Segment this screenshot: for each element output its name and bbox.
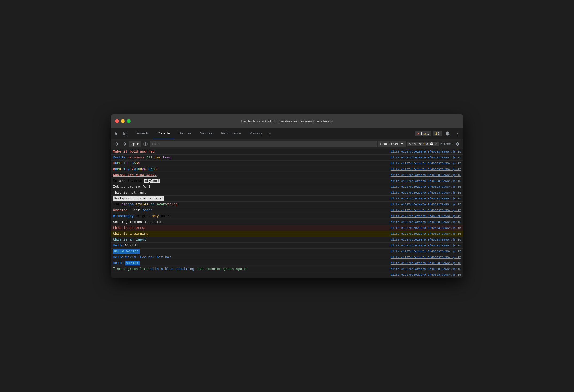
tab-memory[interactable]: Memory	[245, 128, 266, 139]
info-count: 3	[438, 132, 440, 135]
cursor-icon[interactable]	[113, 130, 120, 137]
source-link[interactable]: blitz.e1937cc6e2ee7e…3f4063378a564.js:15	[391, 209, 461, 212]
console-row: Hello world!blitz.e1937cc6e2ee7e…3f40633…	[111, 249, 463, 254]
console-message: So are inverse styles!	[113, 179, 386, 183]
info-badge-group: ℹ 3	[433, 131, 442, 136]
console-row: Blindingly bright? Why not?!blitz.e1937c…	[111, 213, 463, 219]
settings-icon[interactable]	[444, 130, 451, 137]
console-row: this is a warningblitz.e1937cc6e2ee7e…3f…	[111, 231, 463, 237]
console-row: Use random styles on everything!blitz.e1…	[111, 202, 463, 207]
close-button[interactable]	[115, 119, 119, 123]
console-row: DRØP THΞ BΔSSblitz.e1937cc6e2ee7e…3f4063…	[111, 161, 463, 166]
console-message: Zebras are so fun!	[113, 185, 386, 189]
console-message: Double Rainbows All Day Long	[113, 155, 386, 159]
console-row: blitz.e1937cc6e2ee7e…3f4063378a564.js:15	[111, 272, 463, 278]
console-message: Chains are also cool.	[113, 173, 386, 177]
issues-info-icon: 💬	[430, 142, 434, 146]
console-message: DRØP THΞ BΔSS	[113, 161, 386, 165]
minimize-button[interactable]	[121, 119, 125, 123]
svg-line-6	[124, 143, 125, 145]
window-title: DevTools - stackblitz.com/edit/node-colo…	[241, 119, 333, 123]
console-message: This is not fun.	[113, 191, 386, 195]
console-row: So are inverse styles!blitz.e1937cc6e2ee…	[111, 178, 463, 184]
error-count: 1	[420, 132, 422, 135]
more-tabs-button[interactable]: »	[266, 131, 273, 136]
block-icon[interactable]	[121, 141, 128, 147]
source-link[interactable]: blitz.e1937cc6e2ee7e…3f4063378a564.js:15	[391, 156, 461, 159]
source-link[interactable]: blitz.e1937cc6e2ee7e…3f4063378a564.js:15	[391, 226, 461, 230]
eye-icon[interactable]	[142, 141, 149, 147]
source-link[interactable]: blitz.e1937cc6e2ee7e…3f4063378a564.js:15	[391, 174, 461, 177]
console-message: this is an input	[113, 238, 386, 242]
console-row: Hello World!blitz.e1937cc6e2ee7e…3f40633…	[111, 260, 463, 266]
issues-warn-icon: ℹ	[423, 142, 425, 146]
console-message: I am a green line with a blue substring …	[113, 267, 386, 271]
source-link[interactable]: blitz.e1937cc6e2ee7e…3f4063378a564.js:15	[391, 197, 461, 200]
console-row: Zebras are so fun!blitz.e1937cc6e2ee7e…3…	[111, 184, 463, 190]
console-row: Hello World!blitz.e1937cc6e2ee7e…3f40633…	[111, 243, 463, 249]
console-message: Hello World! Foo bar biz baz	[113, 255, 386, 259]
console-row: Double Rainbows All Day Longblitz.e1937c…	[111, 155, 463, 161]
source-link[interactable]: blitz.e1937cc6e2ee7e…3f4063378a564.js:15	[391, 203, 461, 206]
console-settings-icon[interactable]	[454, 140, 461, 148]
tab-elements[interactable]: Elements	[130, 128, 153, 139]
source-link[interactable]: blitz.e1937cc6e2ee7e…3f4063378a564.js:15	[391, 267, 461, 271]
svg-point-8	[145, 143, 146, 145]
dock-icon[interactable]	[121, 130, 129, 137]
source-link[interactable]: blitz.e1937cc6e2ee7e…3f4063378a564.js:15	[391, 244, 461, 247]
tabs-right: ✖ 1 ⚠ 1 ℹ 3 ⋮	[415, 130, 461, 137]
console-output: Make it bold and redblitz.e1937cc6e2ee7e…	[111, 149, 463, 278]
console-message: Hello world!	[113, 249, 386, 253]
source-link[interactable]: blitz.e1937cc6e2ee7e…3f4063378a564.js:15	[391, 262, 461, 265]
source-link[interactable]: blitz.e1937cc6e2ee7e…3f4063378a564.js:15	[391, 250, 461, 253]
console-row: this is an errorblitz.e1937cc6e2ee7e…3f4…	[111, 225, 463, 231]
error-badge-group: ✖ 1 ⚠ 1	[415, 131, 431, 136]
context-selector[interactable]: top ▼	[129, 141, 141, 147]
console-row: this is an inputblitz.e1937cc6e2ee7e…3f4…	[111, 237, 463, 243]
info-icon: ℹ	[435, 131, 437, 135]
tab-performance[interactable]: Performance	[217, 128, 245, 139]
source-link[interactable]: blitz.e1937cc6e2ee7e…3f4063378a564.js:15	[391, 191, 461, 194]
source-link[interactable]: blitz.e1937cc6e2ee7e…3f4063378a564.js:15	[391, 162, 461, 165]
console-row: This is not fun.blitz.e1937cc6e2ee7e…3f4…	[111, 190, 463, 196]
console-message: this is a warning	[113, 232, 386, 236]
source-link[interactable]: blitz.e1937cc6e2ee7e…3f4063378a564.js:15	[391, 179, 461, 183]
tabs-bar: Elements Console Sources Network Perform…	[111, 128, 463, 139]
console-message: Background color attack!	[113, 197, 386, 201]
console-row: I am a green line with a blue substring …	[111, 266, 463, 272]
tab-sources[interactable]: Sources	[174, 128, 196, 139]
source-link[interactable]: blitz.e1937cc6e2ee7e…3f4063378a564.js:15	[391, 185, 461, 189]
source-link[interactable]: blitz.e1937cc6e2ee7e…3f4063378a564.js:15	[391, 221, 461, 224]
console-row: Background color attack!blitz.e1937cc6e2…	[111, 196, 463, 202]
source-link[interactable]: blitz.e1937cc6e2ee7e…3f4063378a564.js:15	[391, 256, 461, 259]
source-link[interactable]: blitz.e1937cc6e2ee7e…3f4063378a564.js:15	[391, 168, 461, 171]
console-message: Hello World!	[113, 243, 386, 247]
filter-input[interactable]	[150, 141, 377, 147]
maximize-button[interactable]	[127, 119, 131, 123]
console-message: Hello World!	[113, 261, 386, 265]
svg-rect-0	[124, 132, 127, 135]
console-message: Use random styles on everything!	[113, 202, 386, 206]
console-message: Make it bold and red	[113, 150, 386, 154]
default-levels-button[interactable]: Default levels ▼	[378, 141, 406, 147]
traffic-lights	[115, 119, 131, 123]
source-link[interactable]: blitz.e1937cc6e2ee7e…3f4063378a564.js:15	[391, 215, 461, 218]
source-link[interactable]: blitz.e1937cc6e2ee7e…3f4063378a564.js:15	[391, 232, 461, 235]
console-message: Setting themes is useful	[113, 220, 386, 224]
clear-console-button[interactable]	[113, 141, 120, 147]
issues-badge[interactable]: 5 Issues: ℹ 3 💬 2	[407, 142, 439, 146]
source-link[interactable]: blitz.e1937cc6e2ee7e…3f4063378a564.js:15	[391, 150, 461, 153]
console-message: this is an error	[113, 226, 386, 230]
tab-console[interactable]: Console	[153, 128, 174, 139]
source-link[interactable]: blitz.e1937cc6e2ee7e…3f4063378a564.js:15	[391, 238, 461, 241]
titlebar: DevTools - stackblitz.com/edit/node-colo…	[111, 114, 463, 128]
source-link[interactable]: blitz.e1937cc6e2ee7e…3f4063378a564.js:15	[391, 273, 461, 277]
warn-count: 1	[427, 132, 429, 135]
hidden-count: 6 hidden	[440, 142, 453, 146]
more-options-icon[interactable]: ⋮	[454, 130, 461, 137]
console-toolbar: top ▼ Default levels ▼ 5 Issues: ℹ 3 💬 2…	[111, 139, 463, 149]
console-row: ÐRØP Thø ЯДJNBØW BΔSS✓blitz.e1937cc6e2ee…	[111, 166, 463, 172]
console-row: America, Heck Yeah!blitz.e1937cc6e2ee7e……	[111, 207, 463, 213]
console-row: Setting themes is usefulblitz.e1937cc6e2…	[111, 219, 463, 225]
tab-network[interactable]: Network	[196, 128, 217, 139]
